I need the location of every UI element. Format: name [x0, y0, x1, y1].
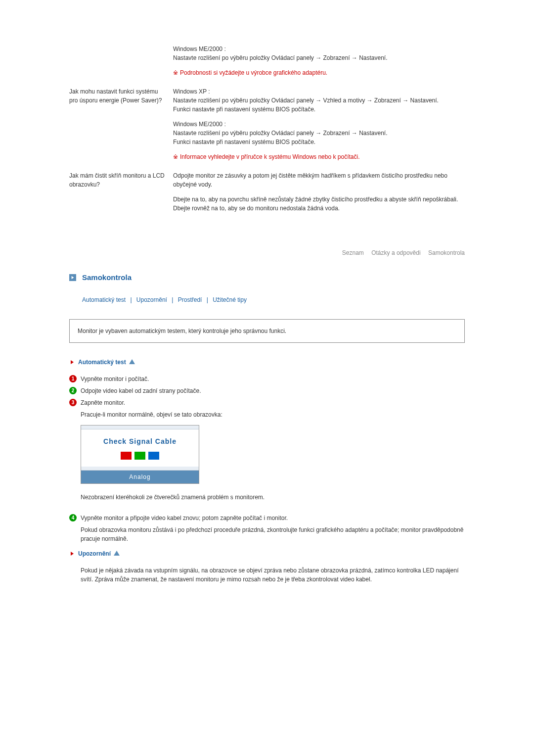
signal-mode: Analog	[81, 471, 199, 483]
tab-links: Automatický test | Upozornění | Prostřed…	[82, 295, 465, 304]
bottom-nav: Seznam Otázky a odpovědi Samokontrola	[69, 248, 465, 257]
arrow-icon	[69, 274, 76, 281]
qa-question-cell: Jak mohu nastavit funkci systému pro úsp…	[69, 87, 173, 171]
tab-tips[interactable]: Užitečné tipy	[213, 296, 247, 303]
green-square-icon	[134, 452, 145, 460]
answer-text: Odpojte monitor ze zásuvky a potom jej č…	[173, 171, 465, 189]
warning-text: Pokud je nějaká závada na vstupním signá…	[81, 566, 465, 584]
qa-question-cell: Jak mám čistit skříň monitoru a LCD obra…	[69, 171, 173, 229]
info-box: Monitor je vybaven automatickým testem, …	[69, 319, 465, 343]
question-text: Jak mám čistit skříň monitoru a LCD obra…	[69, 172, 165, 188]
up-triangle-icon[interactable]	[114, 549, 120, 558]
step-text: Vypněte monitor a připojte video kabel z…	[81, 514, 288, 522]
answer-text: Nastavte rozlišení po výběru položky Ovl…	[173, 54, 388, 61]
separator: |	[130, 296, 132, 303]
step-item: 2 Odpojte video kabel od zadní strany po…	[69, 386, 465, 395]
note-text: Podrobnosti si vyžádejte u výrobce grafi…	[173, 68, 465, 77]
step-item: 3 Zapněte monitor.	[69, 398, 465, 407]
qa-answer-cell: Odpojte monitor ze zásuvky a potom jej č…	[173, 171, 465, 229]
subsection-header: Upozornění	[69, 549, 465, 558]
section-header: Samokontrola	[69, 272, 465, 284]
answer-text: Windows XP :	[173, 88, 210, 95]
graphic-top-bar	[81, 425, 199, 429]
tab-auto-test[interactable]: Automatický test	[82, 296, 126, 303]
subsection-header: Automatický test	[69, 358, 465, 367]
nav-link-otazky[interactable]: Otázky a odpovědi	[371, 249, 420, 256]
signal-title: Check Signal Cable	[86, 436, 194, 447]
note-text: Informace vyhledejte v příručce k systém…	[173, 152, 465, 161]
subsection-title: Automatický test	[78, 358, 126, 367]
answer-text: Funkci nastavte při nastavení systému BI…	[173, 106, 315, 113]
qa-answer-cell: Windows XP : Nastavte rozlišení po výběr…	[173, 87, 465, 171]
step-item: 1 Vypněte monitor i počítač.	[69, 375, 465, 383]
answer-text: Windows ME/2000 :	[173, 46, 226, 52]
red-square-icon	[121, 452, 132, 460]
qa-answer-cell: Windows ME/2000 : Nastavte rozlišení po …	[173, 45, 465, 87]
up-triangle-icon[interactable]	[129, 358, 135, 367]
separator: |	[207, 296, 208, 303]
nav-link-samokontrola[interactable]: Samokontrola	[428, 249, 465, 256]
answer-text: Nastavte rozlišení po výběru položky Ovl…	[173, 130, 388, 137]
arrow-icon	[69, 551, 75, 557]
step-text: Vypněte monitor i počítač.	[81, 375, 149, 383]
answer-text: Dbejte na to, aby na povrchu skříně nezů…	[173, 195, 465, 213]
step-text: Odpojte video kabel od zadní strany počí…	[81, 386, 201, 395]
step-number-icon: 3	[69, 399, 77, 406]
nav-link-seznam[interactable]: Seznam	[342, 249, 364, 256]
answer-text: Windows ME/2000 :	[173, 121, 226, 128]
step-number-icon: 1	[69, 375, 77, 382]
separator: |	[172, 296, 173, 303]
arrow-icon	[69, 359, 75, 365]
step-item: 4 Vypněte monitor a připojte video kabel…	[69, 514, 465, 522]
graphic-divider	[81, 467, 199, 471]
tab-warning[interactable]: Upozornění	[136, 296, 167, 303]
blue-square-icon	[148, 452, 159, 460]
step-text: Pokud obrazovka monitoru zůstává i po př…	[81, 525, 465, 543]
color-squares	[86, 452, 194, 460]
tab-environment[interactable]: Prostředí	[178, 296, 202, 303]
signal-cable-graphic: Check Signal Cable Analog	[81, 425, 199, 484]
step-number-icon: 4	[69, 514, 77, 521]
question-text: Jak mohu nastavit funkci systému pro úsp…	[69, 88, 162, 104]
caption-text: Nezobrazení kteréhokoli ze čtverečků zna…	[81, 493, 465, 502]
answer-text: Funkci nastavte při nastavení systému BI…	[173, 139, 315, 145]
step-number-icon: 2	[69, 387, 77, 394]
step-text: Pracuje-li monitor normálně, objeví se t…	[81, 410, 465, 419]
qa-question-cell	[69, 45, 173, 87]
graphic-body: Check Signal Cable	[81, 429, 199, 467]
subsection-title: Upozornění	[78, 549, 111, 558]
section-title: Samokontrola	[82, 272, 132, 284]
answer-text: Nastavte rozlišení po výběru položky Ovl…	[173, 97, 439, 104]
step-text: Zapněte monitor.	[81, 398, 125, 407]
